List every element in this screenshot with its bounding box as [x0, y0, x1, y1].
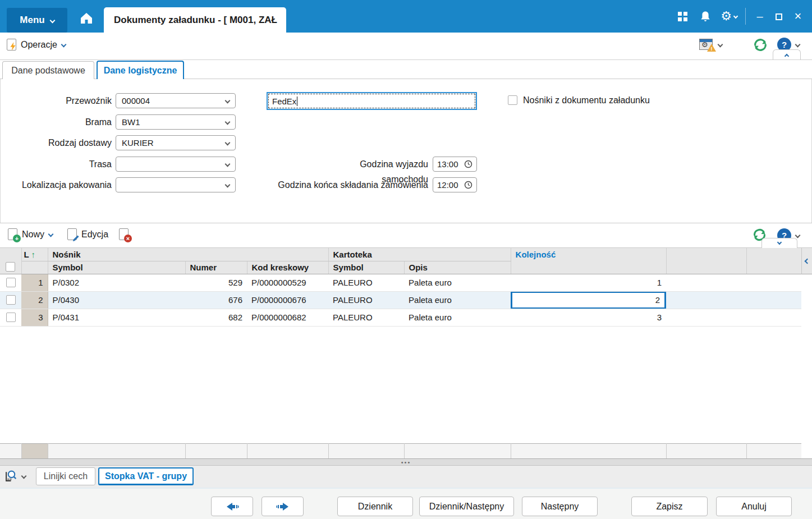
apps-grid-button[interactable] — [671, 12, 694, 21]
group-label: Nośnik — [53, 250, 81, 259]
table-row[interactable]: 3 P/0431 682 P/0000000682 PALEURO Paleta… — [0, 309, 801, 326]
tab-dane-logistyczne[interactable]: Dane logistyczne — [97, 61, 184, 79]
operations-menu-button[interactable]: Operacje — [7, 39, 66, 50]
cell-kolejnosc[interactable]: 3 — [511, 309, 666, 326]
tab-linijki-cech[interactable]: Linijki cech — [36, 467, 95, 485]
journal-next-button[interactable]: Dziennik/Następny — [419, 497, 514, 516]
col-lp[interactable]: L ↑ — [21, 248, 48, 261]
document-tab-title: Dokumenty załadunku - [ M001, ZAŁ — [114, 15, 277, 26]
cell-opis[interactable]: Paleta euro — [404, 291, 511, 309]
minimize-button[interactable]: – — [750, 10, 769, 23]
tab-dane-podstawowe[interactable]: Dane podstawowe — [2, 61, 94, 79]
collapse-panel-button[interactable] — [773, 49, 801, 59]
route-select[interactable] — [116, 157, 236, 172]
delete-row-button[interactable]: × — [119, 228, 129, 240]
header-row-groups: L ↑ Nośnik Kartoteka Kolejność — [0, 248, 801, 261]
table-row-selected[interactable]: 2 P/0430 676 P/0000000676 PALEURO Paleta… — [0, 291, 801, 309]
tab-label: Dane logistyczne — [104, 66, 177, 76]
tab-label: Linijki cech — [44, 471, 88, 481]
lookup-button[interactable] — [4, 469, 26, 483]
cell-numer[interactable]: 676 — [185, 291, 247, 309]
expand-panel-button[interactable] — [761, 238, 797, 248]
document-tab[interactable]: Dokumenty załadunku - [ M001, ZAŁ — [104, 7, 286, 33]
collapse-columns-button[interactable] — [801, 248, 812, 274]
departure-time-input[interactable]: 13:00 — [433, 157, 477, 172]
next-record-button[interactable] — [262, 497, 304, 516]
select-all-checkbox[interactable] — [6, 262, 15, 272]
chevron-left-icon — [804, 258, 810, 264]
col-numer[interactable]: Numer — [185, 261, 247, 274]
settings-button[interactable]: ⚙ — [717, 10, 741, 22]
close-button[interactable]: × — [788, 9, 808, 24]
warning-icon: ! — [707, 44, 716, 52]
row-checkbox[interactable] — [6, 313, 16, 322]
cell-symbol[interactable]: P/0431 — [48, 309, 185, 326]
cell-kod-kreskowy[interactable]: P/0000000676 — [247, 291, 328, 309]
col-label: Symbol — [53, 263, 83, 272]
carriers-from-document-checkbox[interactable] — [508, 95, 517, 105]
maximize-button[interactable] — [769, 10, 788, 23]
cell-opis[interactable]: Paleta euro — [404, 309, 511, 326]
next-button[interactable]: Następny — [522, 497, 598, 516]
chevron-down-icon — [795, 233, 801, 238]
col-symbol[interactable]: Symbol — [48, 261, 185, 274]
chevron-down-icon — [225, 140, 231, 146]
col-kolejnosc[interactable]: Kolejność — [511, 248, 666, 274]
col-kartoteka-symbol[interactable]: Symbol — [328, 261, 404, 274]
col-group-kartoteka[interactable]: Kartoteka — [328, 248, 511, 261]
row-number: 1 — [21, 274, 48, 291]
gate-label: Brama — [1, 114, 112, 130]
packing-location-select[interactable] — [116, 177, 236, 192]
new-row-button[interactable]: + Nowy — [8, 228, 53, 240]
col-group-nosnik[interactable]: Nośnik — [48, 248, 328, 261]
apps-grid-icon — [678, 12, 687, 21]
cell-symbol[interactable]: P/0430 — [48, 291, 185, 309]
chevron-up-icon — [785, 53, 789, 58]
row-checkbox[interactable] — [6, 295, 16, 305]
horizontal-splitter[interactable]: ••• — [0, 458, 812, 466]
order-header-label: Kolejność — [516, 250, 556, 259]
cell-kartoteka-symbol[interactable]: PALEURO — [328, 309, 404, 326]
operations-icon — [7, 39, 16, 50]
col-kod-kreskowy[interactable]: Kod kreskowy — [247, 261, 328, 274]
tab-stopka-vat-grupy[interactable]: Stopka VAT - grupy — [98, 467, 194, 485]
save-button[interactable]: Zapisz — [631, 497, 708, 516]
main-tab-strip: Dane podstawowe Dane logistyczne — [0, 60, 812, 79]
carriers-from-document-label: Nośniki z dokumentu załadunku — [523, 95, 650, 105]
departure-time-value: 13:00 — [437, 159, 458, 169]
cell-numer[interactable]: 529 — [185, 274, 247, 291]
cell-kolejnosc[interactable]: 1 — [511, 274, 666, 291]
edit-row-button[interactable]: Edycja — [67, 228, 108, 240]
cell-kolejnosc-editing[interactable]: 2 — [511, 291, 666, 309]
table-row[interactable]: 1 P/0302 529 P/0000000529 PALEURO Paleta… — [0, 274, 801, 291]
cell-kartoteka-symbol[interactable]: PALEURO — [328, 274, 404, 291]
kolejnosc-edit-input[interactable]: 2 — [511, 291, 666, 309]
carrier-label: Przewoźnik — [1, 93, 112, 108]
row-checkbox[interactable] — [6, 278, 16, 287]
refresh-button[interactable] — [753, 37, 768, 55]
cell-kartoteka-symbol[interactable]: PALEURO — [328, 291, 404, 309]
order-deadline-input[interactable]: 12:00 — [433, 177, 477, 192]
col-empty-2 — [746, 248, 801, 274]
carrier-select[interactable]: 000004 — [116, 93, 236, 108]
carrier-name-input[interactable]: FedEx — [267, 92, 477, 110]
window-settings-button[interactable]: ⚙ ! — [699, 39, 722, 50]
gate-select[interactable]: BW1 — [116, 114, 236, 130]
cell-symbol[interactable]: P/0302 — [48, 274, 185, 291]
cancel-button[interactable]: Anuluj — [716, 497, 792, 516]
app-window: Menu Dokumenty załadunku - [ M001, ZAŁ ⚙ — [0, 0, 812, 519]
home-button[interactable] — [77, 9, 95, 27]
cell-opis[interactable]: Paleta euro — [404, 274, 511, 291]
arrow-left-icon — [225, 502, 240, 511]
journal-button[interactable]: Dziennik — [337, 497, 413, 516]
delivery-type-select[interactable]: KURIER — [116, 135, 236, 150]
cell-numer[interactable]: 682 — [185, 309, 247, 326]
button-label: Następny — [541, 502, 579, 512]
cell-kod-kreskowy[interactable]: P/0000000682 — [247, 309, 328, 326]
notifications-button[interactable] — [694, 11, 717, 22]
carrier-name-value: FedEx — [272, 97, 296, 106]
menu-button[interactable]: Menu — [7, 8, 67, 33]
col-opis[interactable]: Opis — [404, 261, 511, 274]
previous-record-button[interactable] — [211, 497, 253, 516]
cell-kod-kreskowy[interactable]: P/0000000529 — [247, 274, 328, 291]
